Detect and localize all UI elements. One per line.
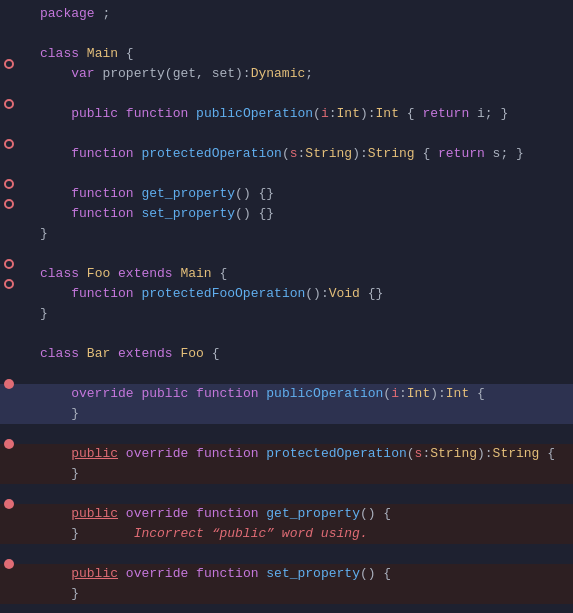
code-line-10: function get_property() {} [0,184,573,204]
code-line-19 [0,364,573,384]
code-line-11: function set_property() {} [0,204,573,224]
line-content-10: function get_property() {} [32,184,573,204]
line-content-7 [32,124,573,144]
line-content-29: public override function set_property() … [32,564,573,584]
line-content-5 [32,84,573,104]
code-line-21: } [0,404,573,424]
line-content-31 [32,604,573,613]
code-line-9 [0,164,573,184]
code-line-16: } [0,304,573,324]
code-line-6: public function publicOperation(i:Int):I… [0,104,573,124]
line-content-30: } [32,584,573,604]
code-line-29: public override function set_property() … [0,564,573,584]
line-content-26: public override function get_property() … [32,504,573,524]
line-content-15: function protectedFooOperation():Void {} [32,284,573,304]
code-line-18: class Bar extends Foo { [0,344,573,364]
code-line-4: var property(get, set):Dynamic; [0,64,573,84]
code-line-17 [0,324,573,344]
line-content-8: function protectedOperation(s:String):St… [32,144,573,164]
line-content-21: } [32,404,573,424]
line-content-3: class Main { [32,44,573,64]
code-line-13 [0,244,573,264]
line-content-19 [32,364,573,384]
error-message: Incorrect “public” word using. [134,526,368,541]
code-line-3: class Main { [0,44,573,64]
line-content-27: } Incorrect “public” word using. [32,524,573,544]
code-line-23: public override function protectedOperat… [0,444,573,464]
line-content-14: class Foo extends Main { [32,264,573,284]
line-content-4: var property(get, set):Dynamic; [32,64,573,84]
line-content-13 [32,244,573,264]
code-line-8: function protectedOperation(s:String):St… [0,144,573,164]
code-line-5 [0,84,573,104]
code-line-20: override public function publicOperation… [0,384,573,404]
code-line-7 [0,124,573,144]
code-line-27: } Incorrect “public” word using. [0,524,573,544]
code-line-25 [0,484,573,504]
code-line-28 [0,544,573,564]
line-content-22 [32,424,573,444]
line-content-16: } [32,304,573,324]
line-content-23: public override function protectedOperat… [32,444,573,464]
line-content-18: class Bar extends Foo { [32,344,573,364]
code-line-31 [0,604,573,613]
line-content-6: public function publicOperation(i:Int):I… [32,104,573,124]
line-content-12: } [32,224,573,244]
line-content-28 [32,544,573,564]
line-content-9 [32,164,573,184]
code-line-30: } [0,584,573,604]
line-content-24: } [32,464,573,484]
code-line-26: public override function get_property() … [0,504,573,524]
line-content-20: override public function publicOperation… [32,384,573,404]
code-editor: package ; class Main { var property(get,… [0,0,573,613]
code-line-2 [0,24,573,44]
line-content-2 [32,24,573,44]
line-content-17 [32,324,573,344]
code-line-15: function protectedFooOperation():Void {} [0,284,573,304]
code-line-12: } [0,224,573,244]
code-line-22 [0,424,573,444]
code-line-24: } [0,464,573,484]
code-line-1: package ; [0,4,573,24]
line-content-25 [32,484,573,504]
line-content-11: function set_property() {} [32,204,573,224]
line-content-1: package ; [32,4,573,24]
code-line-14: class Foo extends Main { [0,264,573,284]
